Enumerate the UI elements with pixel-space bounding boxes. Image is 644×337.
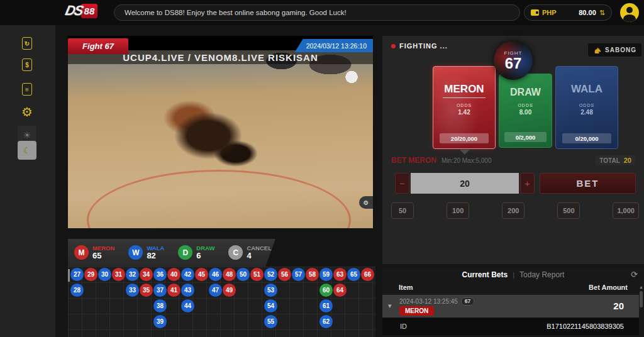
result-38: 38 xyxy=(153,299,167,312)
logo-ds-text: DS xyxy=(64,3,84,19)
result-50: 50 xyxy=(236,268,250,281)
legend-wala: WWALA82 xyxy=(128,245,164,261)
draw-title: DRAW xyxy=(510,87,541,98)
meron-bet-card[interactable]: MERON ODDS 1.42 20/20,000 xyxy=(433,66,496,149)
bet-button[interactable]: BET xyxy=(540,173,636,194)
legend-text: WALA82 xyxy=(147,245,164,261)
result-52: 52 xyxy=(264,268,277,281)
sidebar-item-bet-records[interactable]: $ xyxy=(18,55,36,74)
wala-odds-value: 2.48 xyxy=(580,109,592,116)
draw-bet-card[interactable]: DRAW ODDS 8.00 0/2,000 xyxy=(499,74,552,148)
quick-chips: 501002005001,000 xyxy=(391,202,639,219)
sidebar-item-rules[interactable]: ≡ xyxy=(18,80,36,99)
legend-count: 4 xyxy=(247,251,272,260)
fight-number-badge: Fight 67 xyxy=(68,38,128,54)
col-amount-label: Bet Amount xyxy=(589,284,628,291)
provider-badge: SABONG xyxy=(588,43,641,57)
gear-icon: ⚙ xyxy=(21,104,33,119)
increase-amount-button[interactable]: + xyxy=(520,173,535,194)
result-53: 53 xyxy=(264,284,277,297)
result-42: 42 xyxy=(181,268,194,281)
bet-row[interactable]: ▾ 2024-03-12 13:25:45 67 MERON 20 xyxy=(382,295,639,318)
video-gear-icon: ⚙ xyxy=(364,199,369,206)
scrollbar-thumb[interactable] xyxy=(640,291,643,307)
result-35: 35 xyxy=(140,284,153,297)
cancel-legend-icon: C xyxy=(228,245,243,260)
chip-100[interactable]: 100 xyxy=(447,202,469,219)
wala-title: WALA xyxy=(571,83,602,96)
results-board: 2728293031323334353637383940414243444546… xyxy=(68,267,375,337)
betting-panel: FIGHTING ... SABONG FIGHT 67 MERON ODDS … xyxy=(382,36,644,264)
result-51: 51 xyxy=(250,268,264,281)
result-65: 65 xyxy=(347,268,360,281)
replay-doc-icon: ↻ xyxy=(22,37,32,50)
result-34: 34 xyxy=(140,268,153,281)
chip-1000[interactable]: 1,000 xyxy=(613,202,639,219)
tab-current-bets[interactable]: Current Bets xyxy=(462,270,508,279)
bet-amount-value: 20 xyxy=(613,301,624,311)
fight-circle-number: 67 xyxy=(505,56,522,71)
video-settings-tab[interactable]: ⚙ xyxy=(359,196,373,209)
bet-limits: Min:20 Max:5,000 xyxy=(441,157,492,164)
decrease-amount-button[interactable]: − xyxy=(395,173,409,194)
wala-bet-card[interactable]: WALA ODDS 2.48 0/20,000 xyxy=(555,66,618,149)
results-scrollbar-thumb[interactable] xyxy=(68,269,70,282)
result-33: 33 xyxy=(126,284,139,297)
legend-text: CANCEL4 xyxy=(247,245,272,261)
live-video-player[interactable]: UCUP4.LIVE / VENOM8.LIVE RISKISAN Fight … xyxy=(68,36,373,228)
scroll-up-icon[interactable]: ▲ xyxy=(639,285,643,290)
bet-side-badge: MERON xyxy=(399,306,434,316)
bet-amount-input[interactable] xyxy=(411,173,519,194)
result-64: 64 xyxy=(333,284,347,297)
chevron-down-icon[interactable]: ▾ xyxy=(388,302,392,310)
ds88-logo[interactable]: DS 88 xyxy=(65,3,97,19)
results-grid: 2728293031323334353637383940414243444546… xyxy=(70,268,375,337)
bet-fight-number-badge: 67 xyxy=(461,297,474,306)
chip-200[interactable]: 200 xyxy=(502,202,525,219)
user-avatar[interactable] xyxy=(620,3,639,22)
draw-odds-value: 8.00 xyxy=(519,109,531,116)
result-61: 61 xyxy=(319,299,333,312)
meron-odds-label: ODDS xyxy=(457,103,472,108)
refresh-bets-icon[interactable]: ⟳ xyxy=(631,270,638,279)
theme-dark-button[interactable]: ☾ xyxy=(18,141,36,160)
provider-text: SABONG xyxy=(605,47,636,53)
result-41: 41 xyxy=(167,284,180,297)
chip-500[interactable]: 500 xyxy=(557,202,580,219)
wala-legend-icon: W xyxy=(128,245,143,260)
tab-today-report[interactable]: Today Report xyxy=(519,270,564,279)
sidebar-item-settings[interactable]: ⚙ xyxy=(18,102,36,121)
result-43: 43 xyxy=(181,284,194,297)
legend-meron: MMERON65 xyxy=(74,245,114,261)
meron-pool: 20/20,000 xyxy=(440,133,489,143)
result-47: 47 xyxy=(209,284,222,297)
bets-tabs: Current Bets | Today Report xyxy=(382,267,644,282)
sidebar-item-video-records[interactable]: ↻ xyxy=(18,34,36,53)
meron-odds-value: 1.42 xyxy=(458,109,470,116)
refresh-balance-icon[interactable]: ⇅ xyxy=(599,9,605,16)
rooster-icon xyxy=(593,46,602,55)
bet-id-value: B1710221145803839305 xyxy=(547,323,624,330)
result-59: 59 xyxy=(319,268,333,281)
welcome-text: Welcome to DS88! Enjoy the best online s… xyxy=(125,9,347,16)
balance-pill[interactable]: PHP 80.00 ⇅ xyxy=(524,4,612,21)
moon-icon: ☾ xyxy=(23,145,31,155)
plus-icon: + xyxy=(525,178,530,189)
sun-icon: ☀ xyxy=(23,130,31,140)
bet-time-text: 2024-03-12 13:25:45 xyxy=(399,298,458,305)
status-text: FIGHTING ... xyxy=(399,42,448,50)
legend-cancel: CCANCEL4 xyxy=(228,245,272,261)
result-27: 27 xyxy=(70,268,84,281)
stream-timestamp-text: 2024/03/12 13:26:10 xyxy=(306,42,367,50)
legend-draw: DDRAW6 xyxy=(178,245,214,261)
result-54: 54 xyxy=(264,299,277,312)
bets-scrollbar[interactable]: ▲ xyxy=(639,285,643,335)
bet-info-line: BET MERON Min:20 Max:5,000 TOTAL 20 xyxy=(391,155,635,165)
video-frame xyxy=(68,50,373,228)
legend-text: MERON65 xyxy=(92,245,114,261)
bet-time: 2024-03-12 13:25:45 67 xyxy=(399,297,474,306)
chip-50[interactable]: 50 xyxy=(391,202,414,219)
bet-id-row: ID B1710221145803839305 xyxy=(382,318,639,335)
arena-ring xyxy=(87,170,351,228)
draw-odds-label: ODDS xyxy=(518,103,533,108)
